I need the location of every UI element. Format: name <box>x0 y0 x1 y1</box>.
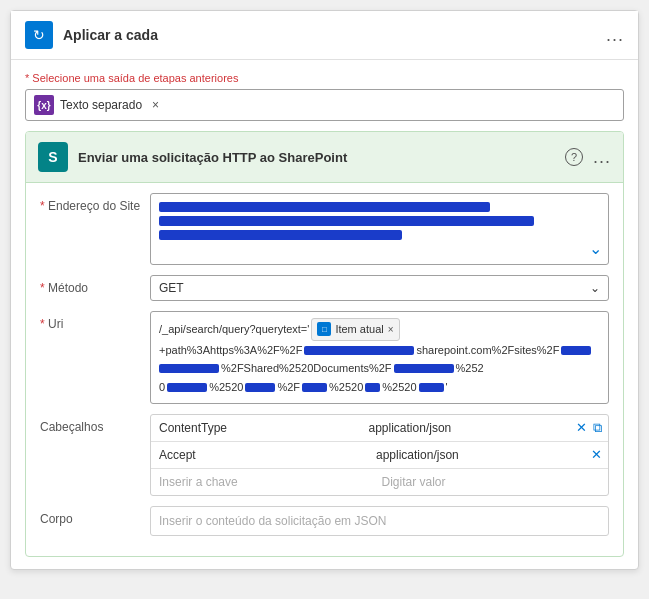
method-row: * Método GET ⌄ <box>40 275 609 301</box>
tag-icon: {x} <box>34 95 54 115</box>
inner-more-button[interactable]: ... <box>593 147 611 168</box>
header-copy-1[interactable]: ⧉ <box>593 420 602 436</box>
chip-text: Item atual <box>335 320 383 339</box>
sharepoint-icon: S <box>38 142 68 172</box>
inner-header-actions: ? ... <box>565 147 611 168</box>
redacted-line-3 <box>159 230 402 240</box>
uri-line2-text: +path%3Ahttps%3A%2F%2F <box>159 341 302 360</box>
uri-line-4: 0 %2520 %2F %2520 %2520 ' <box>159 378 600 397</box>
uri-shared-text: %2FShared%2520Documents%2F <box>221 359 392 378</box>
uri-redact-6 <box>245 383 275 392</box>
header-key-1: ContentType <box>151 415 361 441</box>
uri-redact-3 <box>159 364 219 373</box>
uri-redact-4 <box>394 364 454 373</box>
header-actions-1: ✕ ⧉ <box>570 420 608 436</box>
chip-close-button[interactable]: × <box>388 321 394 338</box>
headers-content: ContentType application/json ✕ ⧉ Accept <box>150 414 609 496</box>
headers-table: ContentType application/json ✕ ⧉ Accept <box>150 414 609 496</box>
site-address-content: ⌄ <box>150 193 609 265</box>
header-key-2: Accept <box>151 442 368 468</box>
uri-quote: ' <box>446 378 448 397</box>
header-row-empty: Inserir a chave Digitar valor <box>151 469 608 495</box>
uri-redact-1 <box>304 346 414 355</box>
tag-text: Texto separado <box>60 98 142 112</box>
header-delete-1[interactable]: ✕ <box>576 420 587 435</box>
uri-label: * Uri <box>40 311 150 331</box>
uri-row: * Uri /_api/search/query?querytext=' □ I… <box>40 311 609 404</box>
method-chevron-icon: ⌄ <box>590 281 600 295</box>
header-row-2: Accept application/json ✕ <box>151 442 608 469</box>
uri-redact-2 <box>561 346 591 355</box>
uri-line-2: +path%3Ahttps%3A%2F%2F sharepoint.com%2F… <box>159 341 600 360</box>
header-delete-2[interactable]: ✕ <box>591 447 602 462</box>
body-label: Corpo <box>40 506 150 526</box>
uri-prefix-text: /_api/search/query?querytext=' <box>159 320 309 339</box>
header-value-1: application/json <box>361 415 571 441</box>
header-value-placeholder[interactable]: Digitar valor <box>374 469 597 495</box>
uri-percent1: %2520 <box>209 378 243 397</box>
uri-suffix1: %252 <box>456 359 484 378</box>
tag-close-button[interactable]: × <box>152 98 159 112</box>
uri-line-1: /_api/search/query?querytext=' □ Item at… <box>159 318 600 341</box>
header-value-2: application/json <box>368 442 585 468</box>
apply-to-each-card: ↻ Aplicar a cada ... * Selecione uma saí… <box>10 10 639 570</box>
uri-percent4: %2520 <box>382 378 416 397</box>
apply-each-icon: ↻ <box>25 21 53 49</box>
uri-percent3: %2520 <box>329 378 363 397</box>
outer-header: ↻ Aplicar a cada ... <box>11 11 638 60</box>
uri-redact-5 <box>167 383 207 392</box>
inner-body: * Endereço do Site ⌄ <box>26 183 623 556</box>
tag-input-box[interactable]: {x} Texto separado × <box>25 89 624 121</box>
headers-label: Cabeçalhos <box>40 414 150 434</box>
method-label: * Método <box>40 275 150 295</box>
uri-0-text: 0 <box>159 378 165 397</box>
outer-title: Aplicar a cada <box>63 27 606 43</box>
body-row: Corpo Inserir o conteúdo da solicitação … <box>40 506 609 536</box>
header-key-placeholder[interactable]: Inserir a chave <box>151 469 374 495</box>
body-content: Inserir o conteúdo da solicitação em JSO… <box>150 506 609 536</box>
select-output-label: * Selecione uma saída de etapas anterior… <box>25 72 624 84</box>
redacted-line-2 <box>159 216 534 226</box>
method-value: GET <box>159 281 184 295</box>
redacted-line-1 <box>159 202 490 212</box>
sharepoint-card: S Enviar uma solicitação HTTP ao SharePo… <box>25 131 624 557</box>
sharepoint-title: Enviar uma solicitação HTTP ao SharePoin… <box>78 150 565 165</box>
method-dropdown[interactable]: GET ⌄ <box>150 275 609 301</box>
uri-redact-9 <box>419 383 444 392</box>
site-address-input[interactable]: ⌄ <box>150 193 609 265</box>
uri-percent2: %2F <box>277 378 300 397</box>
uri-content: /_api/search/query?querytext=' □ Item at… <box>150 311 609 404</box>
uri-redact-8 <box>365 383 380 392</box>
help-icon[interactable]: ? <box>565 148 583 166</box>
header-actions-2: ✕ <box>585 447 608 462</box>
chip-icon: □ <box>317 322 331 336</box>
site-address-chevron[interactable]: ⌄ <box>589 239 602 258</box>
header-row-1: ContentType application/json ✕ ⧉ <box>151 415 608 442</box>
uri-chip: □ Item atual × <box>311 318 399 341</box>
site-address-label: * Endereço do Site <box>40 193 150 213</box>
uri-line-3: %2FShared%2520Documents%2F %252 <box>159 359 600 378</box>
uri-redact-7 <box>302 383 327 392</box>
site-address-row: * Endereço do Site ⌄ <box>40 193 609 265</box>
outer-body: * Selecione uma saída de etapas anterior… <box>11 60 638 569</box>
uri-sharepoint-text: sharepoint.com%2Fsites%2F <box>416 341 559 360</box>
uri-input[interactable]: /_api/search/query?querytext=' □ Item at… <box>150 311 609 404</box>
outer-more-button[interactable]: ... <box>606 25 624 46</box>
method-content: GET ⌄ <box>150 275 609 301</box>
body-input[interactable]: Inserir o conteúdo da solicitação em JSO… <box>150 506 609 536</box>
headers-row: Cabeçalhos ContentType application/json … <box>40 414 609 496</box>
sharepoint-header: S Enviar uma solicitação HTTP ao SharePo… <box>26 132 623 183</box>
